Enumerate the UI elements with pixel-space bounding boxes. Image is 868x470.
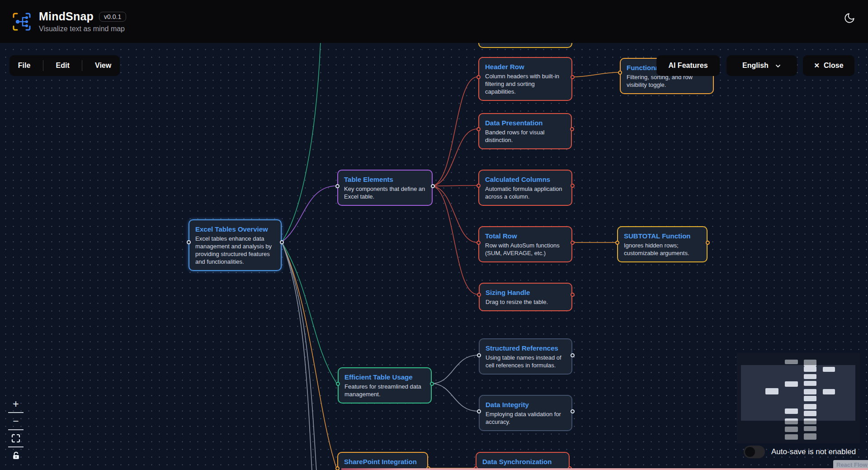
node-title: Data Integrity	[486, 400, 566, 409]
node-handle-right-subtotal-function[interactable]	[706, 241, 710, 245]
node-handle-left-total-row[interactable]	[476, 241, 481, 245]
node-handle-right-sizing-handle[interactable]	[571, 293, 575, 297]
chevron-down-icon	[775, 63, 781, 69]
autosave-toggle[interactable]	[744, 446, 765, 458]
mindmap-node-data-integrity[interactable]: Data IntegrityEmploying data validation …	[479, 395, 572, 431]
node-body: Row with AutoSum functions (SUM, AVERAGE…	[485, 242, 566, 257]
controls-separator	[8, 446, 24, 447]
close-icon: ✕	[814, 62, 820, 70]
minimap-node	[804, 433, 816, 440]
autosave-toggle-knob	[745, 447, 755, 457]
minimap-node	[804, 426, 816, 431]
node-title: SUBTOTAL Function	[624, 232, 701, 240]
node-body: Drag to resize the table.	[486, 298, 566, 306]
node-handle-right-efficient-table-usage[interactable]	[430, 382, 434, 386]
close-label: Close	[824, 62, 844, 70]
node-handle-right-data-integrity[interactable]	[571, 409, 575, 413]
autosave-control: Auto-save is not enabled	[744, 446, 856, 458]
node-body: Excel tables enhance data management and…	[195, 235, 275, 266]
app-header: MindSnap v0.0.1 Visualize text as mind m…	[0, 0, 868, 43]
language-label: English	[742, 62, 769, 70]
lock-open-icon	[12, 451, 20, 460]
menu-edit[interactable]: Edit	[52, 62, 74, 70]
node-handle-left-data-integrity[interactable]	[477, 409, 481, 413]
mindmap-node-sharepoint-integration[interactable]: SharePoint IntegrationExporting Excel ta…	[337, 452, 428, 470]
node-handle-left-header-row[interactable]	[476, 75, 481, 79]
node-body: Using table names instead of cell refere…	[486, 354, 566, 369]
ai-features-button[interactable]: AI Features	[656, 55, 720, 76]
menu-separator	[82, 60, 82, 71]
node-title: SharePoint Integration	[344, 457, 421, 466]
node-handle-right-table-elements[interactable]	[431, 184, 435, 188]
controls-separator	[8, 412, 24, 413]
node-handle-left-functionalities[interactable]	[618, 71, 622, 75]
zoom-in-button[interactable]: +	[8, 396, 24, 412]
node-title: Header Row	[485, 62, 566, 71]
app-logo-icon	[12, 12, 32, 32]
theme-toggle-moon-icon[interactable]	[844, 12, 855, 24]
minimap[interactable]	[737, 353, 860, 443]
node-handle-left-efficient-table-usage[interactable]	[336, 382, 340, 386]
menu-file[interactable]: File	[14, 62, 35, 70]
node-handle-left-structured-references[interactable]	[477, 353, 481, 357]
node-body: Employing data validation for accuracy.	[486, 410, 566, 426]
node-body: Features for streamlined data management…	[344, 383, 425, 398]
mindmap-node-data-synchronization[interactable]: Data SynchronizationOne-way connection f…	[476, 452, 570, 470]
mindmap-node-efficient-table-usage[interactable]: Efficient Table UsageFeatures for stream…	[338, 367, 432, 404]
node-title: Excel Tables Overview	[195, 225, 275, 233]
node-handle-left-table-elements[interactable]	[335, 184, 340, 188]
node-title: Total Row	[485, 232, 566, 240]
menu-view[interactable]: View	[90, 62, 116, 70]
node-body: Key components that define an Excel tabl…	[344, 185, 426, 200]
node-handle-right-data-presentation[interactable]	[570, 127, 574, 131]
menu-bar: File Edit View	[9, 55, 120, 76]
mindmap-node-table-elements[interactable]: Table ElementsKey components that define…	[337, 170, 433, 206]
node-handle-right-total-row[interactable]	[571, 241, 575, 245]
canvas-controls: + −	[8, 396, 24, 463]
mindmap-node-calculated-columns[interactable]: Calculated ColumnsAutomatic formula appl…	[478, 170, 572, 206]
minimap-node	[785, 360, 798, 364]
node-title: Data Presentation	[485, 119, 565, 127]
mindmap-node-data-presentation[interactable]: Data PresentationBanded rows for visual …	[478, 113, 572, 149]
node-title: Structured References	[486, 344, 566, 352]
node-handle-right-structured-references[interactable]	[571, 353, 575, 357]
mindmap-node-excel-tables-overview[interactable]: Excel Tables OverviewExcel tables enhanc…	[189, 219, 282, 271]
minimap-node	[785, 434, 798, 440]
node-handle-left-calculated-columns[interactable]	[476, 184, 481, 188]
app-title: MindSnap	[39, 10, 94, 23]
mindmap-node-total-row[interactable]: Total RowRow with AutoSum functions (SUM…	[478, 226, 572, 262]
node-body: Column headers with built-in filtering a…	[485, 72, 566, 95]
node-handle-right-calculated-columns[interactable]	[571, 184, 575, 188]
menu-separator	[43, 60, 43, 71]
node-handle-left-data-presentation[interactable]	[476, 127, 481, 131]
minimap-viewport[interactable]	[741, 365, 855, 421]
node-handle-left-excel-tables-overview[interactable]	[187, 240, 191, 244]
node-handle-left-sizing-handle[interactable]	[477, 293, 481, 297]
mindmap-node-structured-references[interactable]: Structured ReferencesUsing table names i…	[479, 338, 572, 375]
bottom-highlight-strip	[341, 468, 868, 470]
node-handle-left-sharepoint-integration[interactable]	[335, 466, 340, 470]
version-badge: v0.0.1	[99, 12, 126, 22]
node-handle-left-subtotal-function[interactable]	[615, 241, 619, 245]
controls-separator	[8, 429, 24, 430]
minimap-node	[785, 427, 798, 432]
autosave-label: Auto-save is not enabled	[771, 447, 856, 456]
node-title: Data Synchronization	[482, 457, 563, 466]
close-button[interactable]: ✕ Close	[803, 55, 854, 76]
ai-features-label: AI Features	[668, 62, 708, 70]
zoom-out-button[interactable]: −	[8, 413, 24, 429]
lock-button[interactable]	[8, 448, 24, 463]
node-handle-right-excel-tables-overview[interactable]	[280, 240, 284, 244]
fit-view-button[interactable]	[8, 431, 24, 446]
node-body: Ignores hidden rows; customizable argume…	[624, 242, 701, 257]
fit-view-icon	[11, 434, 20, 443]
node-body: Automatic formula application across a c…	[485, 185, 566, 200]
language-dropdown[interactable]: English	[726, 55, 797, 76]
mindmap-node-header-row[interactable]: Header RowColumn headers with built-in f…	[478, 57, 572, 101]
node-handle-right-header-row[interactable]	[571, 75, 575, 79]
app-tagline: Visualize text as mind map	[39, 25, 126, 33]
node-title: Efficient Table Usage	[344, 373, 425, 381]
mindmap-node-sizing-handle[interactable]: Sizing HandleDrag to resize the table.	[479, 283, 572, 311]
node-title: Table Elements	[344, 175, 426, 184]
mindmap-node-subtotal-function[interactable]: SUBTOTAL FunctionIgnores hidden rows; cu…	[617, 226, 708, 262]
